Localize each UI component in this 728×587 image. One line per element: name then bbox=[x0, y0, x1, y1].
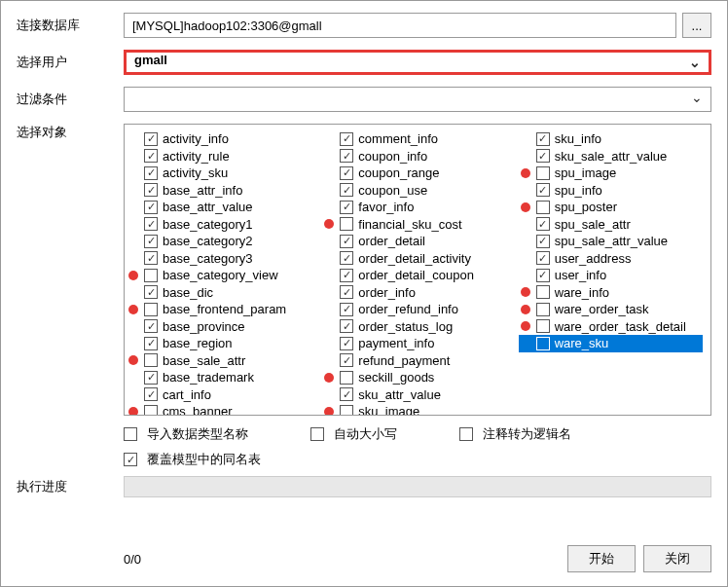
option-comment-logical[interactable]: 注释转为逻辑名 bbox=[459, 425, 571, 443]
table-item[interactable]: base_frontend_param bbox=[127, 301, 310, 318]
checkbox-icon[interactable] bbox=[144, 319, 158, 333]
checkbox-icon[interactable] bbox=[144, 201, 158, 214]
checkbox-icon[interactable] bbox=[536, 303, 550, 316]
checkbox-icon[interactable] bbox=[144, 166, 158, 180]
checkbox-icon[interactable] bbox=[536, 149, 550, 163]
checkbox-icon[interactable] bbox=[144, 285, 158, 299]
checkbox-icon[interactable] bbox=[536, 285, 550, 299]
table-item[interactable]: spu_sale_attr_value bbox=[519, 233, 703, 250]
table-item[interactable]: base_region bbox=[127, 335, 310, 352]
table-item[interactable]: comment_info bbox=[322, 130, 506, 148]
start-button[interactable]: 开始 bbox=[567, 545, 636, 572]
checkbox-icon[interactable] bbox=[536, 269, 550, 282]
checkbox-icon[interactable] bbox=[144, 183, 158, 197]
checkbox-icon[interactable] bbox=[144, 387, 158, 401]
checkbox-icon[interactable] bbox=[536, 166, 550, 180]
checkbox-icon[interactable] bbox=[144, 269, 158, 282]
table-item[interactable]: base_category2 bbox=[127, 233, 310, 250]
table-item[interactable]: base_category1 bbox=[127, 216, 310, 234]
table-item[interactable]: sku_sale_attr_value bbox=[519, 148, 703, 165]
table-item[interactable]: sku_info bbox=[519, 130, 703, 148]
table-item[interactable]: favor_info bbox=[322, 199, 506, 216]
option-import-type[interactable]: 导入数据类型名称 bbox=[124, 425, 248, 443]
table-item[interactable]: spu_info bbox=[519, 182, 703, 200]
checkbox-icon[interactable] bbox=[340, 149, 353, 163]
checkbox-icon[interactable] bbox=[340, 201, 353, 214]
table-item[interactable]: ware_order_task bbox=[519, 301, 703, 318]
checkbox-icon[interactable] bbox=[144, 405, 158, 416]
checkbox-icon[interactable] bbox=[340, 166, 353, 180]
checkbox-icon[interactable] bbox=[536, 132, 550, 146]
table-item[interactable]: spu_poster bbox=[519, 199, 703, 216]
table-item[interactable]: base_trademark bbox=[127, 369, 310, 386]
table-item[interactable]: user_address bbox=[519, 250, 703, 268]
checkbox-icon[interactable] bbox=[144, 149, 158, 163]
checkbox-icon[interactable] bbox=[340, 319, 353, 333]
checkbox-icon[interactable] bbox=[144, 353, 158, 367]
table-item[interactable]: financial_sku_cost bbox=[322, 216, 506, 234]
option-overwrite-same[interactable]: 覆盖模型中的同名表 bbox=[124, 451, 261, 468]
table-item[interactable]: base_category_view bbox=[127, 267, 310, 284]
checkbox-icon[interactable] bbox=[340, 405, 353, 416]
checkbox-icon[interactable] bbox=[144, 303, 158, 316]
checkbox-icon[interactable] bbox=[536, 337, 550, 350]
table-item[interactable]: activity_rule bbox=[127, 148, 310, 165]
user-select[interactable]: gmall bbox=[124, 50, 711, 75]
checkbox-icon[interactable] bbox=[340, 269, 353, 282]
table-item[interactable]: order_info bbox=[322, 284, 506, 302]
table-item[interactable]: base_dic bbox=[127, 284, 310, 302]
table-item[interactable]: payment_info bbox=[322, 335, 506, 352]
table-item[interactable]: spu_image bbox=[519, 165, 703, 182]
table-item[interactable]: cart_info bbox=[127, 386, 310, 404]
checkbox-icon[interactable] bbox=[340, 371, 353, 385]
checkbox-icon[interactable] bbox=[340, 337, 353, 350]
table-item[interactable]: cms_banner bbox=[127, 403, 310, 416]
table-item[interactable]: coupon_use bbox=[322, 182, 506, 200]
checkbox-icon[interactable] bbox=[536, 217, 550, 231]
table-item[interactable]: activity_info bbox=[127, 130, 310, 148]
checkbox-icon[interactable] bbox=[340, 303, 353, 316]
table-item[interactable]: order_detail_coupon bbox=[322, 267, 506, 284]
table-item[interactable]: ware_info bbox=[519, 284, 703, 302]
table-item[interactable]: base_attr_info bbox=[127, 182, 310, 200]
option-auto-case[interactable]: 自动大小写 bbox=[310, 425, 397, 443]
table-item[interactable]: order_detail bbox=[322, 233, 506, 250]
table-item[interactable]: order_refund_info bbox=[322, 301, 506, 318]
checkbox-icon[interactable] bbox=[340, 387, 353, 401]
table-item[interactable]: base_attr_value bbox=[127, 199, 310, 216]
checkbox-icon[interactable] bbox=[144, 132, 158, 146]
checkbox-icon[interactable] bbox=[340, 217, 353, 231]
table-item[interactable]: coupon_range bbox=[322, 165, 506, 182]
table-item[interactable]: user_info bbox=[519, 267, 703, 284]
checkbox-icon[interactable] bbox=[536, 183, 550, 197]
database-input[interactable] bbox=[124, 13, 676, 38]
table-item[interactable]: base_province bbox=[127, 318, 310, 336]
checkbox-icon[interactable] bbox=[144, 371, 158, 385]
table-item[interactable]: base_sale_attr bbox=[127, 352, 310, 370]
table-item[interactable]: ware_order_task_detail bbox=[519, 318, 703, 336]
table-item[interactable]: activity_sku bbox=[127, 165, 310, 182]
filter-select[interactable] bbox=[124, 87, 711, 112]
checkbox-icon[interactable] bbox=[144, 251, 158, 265]
table-item[interactable]: coupon_info bbox=[322, 148, 506, 165]
checkbox-icon[interactable] bbox=[340, 235, 353, 248]
checkbox-icon[interactable] bbox=[340, 251, 353, 265]
checkbox-icon[interactable] bbox=[144, 235, 158, 248]
checkbox-icon[interactable] bbox=[340, 353, 353, 367]
table-item[interactable]: ware_sku bbox=[519, 335, 703, 352]
checkbox-icon[interactable] bbox=[340, 132, 353, 146]
table-item[interactable]: order_detail_activity bbox=[322, 250, 506, 268]
table-item[interactable]: sku_image bbox=[322, 403, 506, 416]
checkbox-icon[interactable] bbox=[536, 251, 550, 265]
table-item[interactable]: base_category3 bbox=[127, 250, 310, 268]
checkbox-icon[interactable] bbox=[144, 217, 158, 231]
close-button[interactable]: 关闭 bbox=[643, 545, 711, 572]
table-item[interactable]: sku_attr_value bbox=[322, 386, 506, 404]
browse-button[interactable]: ... bbox=[682, 13, 711, 38]
checkbox-icon[interactable] bbox=[340, 183, 353, 197]
checkbox-icon[interactable] bbox=[144, 337, 158, 350]
table-item[interactable]: refund_payment bbox=[322, 352, 506, 370]
table-item[interactable]: order_status_log bbox=[322, 318, 506, 336]
checkbox-icon[interactable] bbox=[536, 235, 550, 248]
checkbox-icon[interactable] bbox=[536, 319, 550, 333]
